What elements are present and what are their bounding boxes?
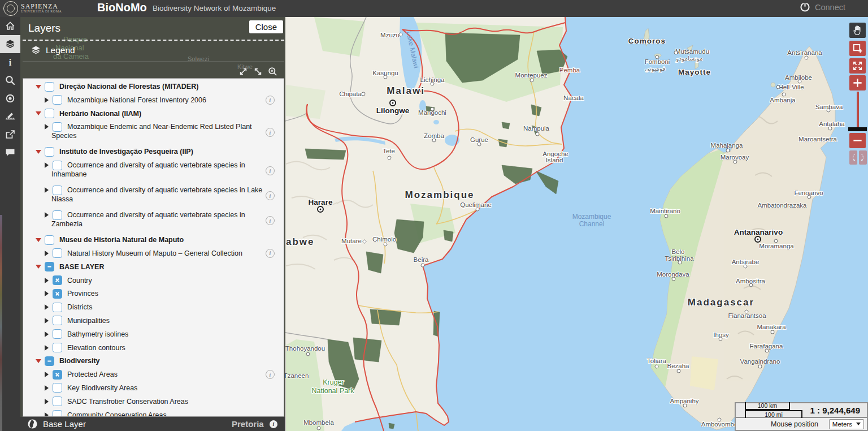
expand-arrow-icon[interactable] — [45, 412, 49, 417]
sidebar-item-share[interactable] — [0, 126, 20, 144]
layer-info-icon[interactable]: i — [266, 370, 275, 379]
tool-sidebar: i — [0, 17, 20, 431]
expand-arrow-icon[interactable] — [45, 399, 49, 404]
layer-row[interactable]: Bathymetry isolines — [23, 327, 284, 341]
expand-arrow-icon[interactable] — [45, 345, 49, 351]
layer-checkbox-ind[interactable] — [45, 356, 54, 366]
layer-row[interactable]: Elevation contours — [23, 341, 284, 355]
legend-toggle[interactable]: Legend — [31, 45, 75, 55]
sidebar-item-home[interactable] — [0, 17, 20, 35]
previous-extent-button[interactable] — [849, 150, 857, 165]
expand-collapsearrow-icon[interactable] — [36, 238, 41, 242]
layer-checkbox-off[interactable] — [53, 410, 62, 417]
layer-checkbox-off[interactable] — [45, 109, 54, 118]
expand-arrow-icon[interactable] — [45, 251, 49, 256]
layer-row[interactable]: Occurrence and diversity of aquatic vert… — [23, 183, 284, 208]
layer-group-row[interactable]: BASE LAYER — [23, 260, 284, 274]
diagonal-resize-icon[interactable] — [253, 67, 263, 76]
layer-row[interactable]: Mozambique Endemic and Near-Endemic Red … — [23, 120, 284, 145]
expand-arrow-icon[interactable] — [45, 212, 49, 218]
layer-checkbox-off[interactable] — [53, 383, 62, 393]
zoom-slider[interactable] — [857, 92, 859, 128]
layer-checkbox-off[interactable] — [53, 95, 62, 105]
connect-button[interactable]: Connect — [800, 2, 845, 12]
expand-arrow-icon[interactable] — [45, 331, 49, 337]
layer-checkbox-off[interactable] — [53, 316, 62, 325]
layer-checkbox-off[interactable] — [53, 186, 62, 195]
sidebar-item-layers[interactable] — [0, 35, 20, 53]
layer-row[interactable]: Country — [23, 274, 284, 287]
layer-checkbox-on[interactable] — [53, 275, 62, 285]
box-zoom-button[interactable] — [849, 41, 866, 56]
sidebar-item-locate[interactable] — [0, 89, 20, 107]
layer-checkbox-off[interactable] — [53, 248, 62, 258]
layer-group-row[interactable]: Museu de Historia Natural de Maputo — [23, 233, 284, 247]
expand-collapsearrow-icon[interactable] — [36, 150, 41, 154]
sidebar-item-search[interactable] — [0, 71, 20, 89]
zoom-magnifier-icon[interactable] — [268, 67, 277, 76]
expand-arrow-icon[interactable] — [45, 385, 49, 391]
layer-info-icon[interactable]: i — [266, 96, 275, 105]
layer-checkbox-off[interactable] — [45, 82, 54, 92]
layer-row[interactable]: Occurrence and diversity of aquatic vert… — [23, 158, 284, 183]
layer-info-icon[interactable]: i — [266, 128, 275, 137]
expand-collapsearrow-icon[interactable] — [36, 85, 41, 89]
expand-collapsearrow-icon[interactable] — [36, 265, 41, 269]
layer-row[interactable]: Protected Areasi — [23, 368, 284, 381]
zoom-slider-handle[interactable] — [848, 127, 867, 131]
expand-collapsearrow-icon[interactable] — [36, 111, 41, 115]
layer-row[interactable]: Natural History Museum of Maputo – Gener… — [23, 247, 284, 260]
expand-arrow-icon[interactable] — [45, 291, 49, 296]
layer-group-row[interactable]: Biodiversity — [23, 354, 284, 368]
layer-row[interactable]: Key Biodiversity Areas — [23, 381, 284, 395]
layer-checkbox-ind[interactable] — [45, 262, 54, 271]
expand-collapsearrow-icon[interactable] — [36, 359, 41, 363]
layer-checkbox-off[interactable] — [45, 147, 54, 157]
next-extent-button[interactable] — [859, 150, 867, 165]
layer-row[interactable]: Provinces — [23, 287, 284, 300]
full-extent-button[interactable] — [849, 58, 866, 74]
units-select[interactable]: Meters — [829, 419, 864, 429]
layer-info-icon[interactable]: i — [266, 191, 275, 200]
layer-checkbox-on[interactable] — [53, 289, 62, 299]
layer-checkbox-off[interactable] — [45, 235, 54, 245]
layer-row[interactable]: SADC Transfrotier Conservation Areas — [23, 395, 284, 408]
layer-checkbox-off[interactable] — [53, 343, 62, 352]
diagonal-resize-icon[interactable] — [238, 67, 248, 76]
layer-row[interactable]: Municipalities — [23, 314, 284, 327]
sidebar-item-info[interactable]: i — [0, 53, 20, 71]
layer-checkbox-off[interactable] — [53, 210, 62, 220]
layer-row[interactable]: Districts — [23, 300, 284, 314]
layer-group-row[interactable]: Instituto de Investigação Pesqueira (IIP… — [23, 145, 284, 158]
layer-checkbox-off[interactable] — [53, 329, 62, 339]
base-layer-info-icon[interactable]: i — [270, 420, 277, 428]
layer-checkbox-off[interactable] — [53, 161, 62, 170]
layer-checkbox-off[interactable] — [53, 396, 62, 406]
expand-arrow-icon[interactable] — [45, 124, 49, 130]
expand-arrow-icon[interactable] — [45, 162, 49, 168]
pan-button[interactable] — [849, 23, 866, 38]
expand-arrow-icon[interactable] — [45, 187, 49, 193]
close-button[interactable]: Close — [249, 20, 283, 33]
expand-arrow-icon[interactable] — [45, 318, 49, 324]
layer-row[interactable]: Community Conservation Areas — [23, 408, 284, 417]
layer-checkbox-on[interactable] — [53, 370, 62, 380]
layer-group-row[interactable]: Herbário Nacional (IIAM) — [23, 107, 284, 120]
layer-info-icon[interactable]: i — [266, 249, 275, 258]
layer-info-icon[interactable]: i — [266, 216, 275, 225]
expand-arrow-icon[interactable] — [45, 278, 49, 283]
zoom-in-button[interactable] — [849, 75, 866, 90]
expand-arrow-icon[interactable] — [45, 372, 49, 377]
sidebar-item-comment[interactable] — [0, 144, 20, 162]
layer-row[interactable]: Occurrence and diversity of aquatic vert… — [23, 208, 284, 233]
layer-checkbox-off[interactable] — [53, 303, 62, 312]
layer-info-icon[interactable]: i — [266, 166, 275, 175]
expand-arrow-icon[interactable] — [45, 97, 49, 103]
base-layer-bar[interactable]: Base Layer Pretoria i — [20, 417, 285, 431]
layer-group-row[interactable]: Direção Nacional de Florestas (MITADER) — [23, 80, 284, 93]
sidebar-item-measure[interactable] — [0, 107, 20, 126]
layer-row[interactable]: Mozambique National Forest Inventory 200… — [23, 93, 284, 107]
layer-checkbox-off[interactable] — [53, 122, 62, 132]
zoom-out-button[interactable] — [849, 133, 866, 148]
expand-arrow-icon[interactable] — [45, 304, 49, 310]
